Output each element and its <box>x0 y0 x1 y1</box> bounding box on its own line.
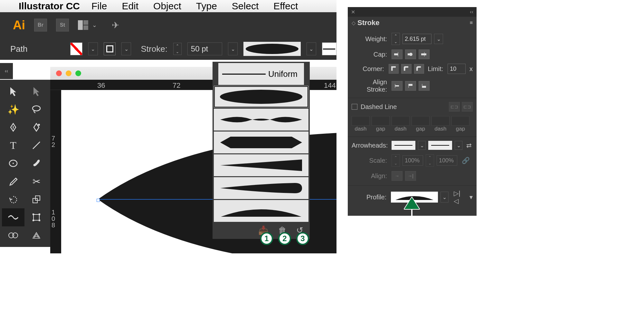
annotation-badge-1: 1 <box>260 232 273 245</box>
ellipse-tool[interactable] <box>2 154 24 172</box>
selection-tool[interactable] <box>2 82 24 100</box>
menu-file[interactable]: File <box>91 1 107 12</box>
stroke-dropdown[interactable]: ⌄ <box>121 42 131 55</box>
cap-butt-button[interactable] <box>392 50 402 59</box>
arrowhead-end[interactable] <box>428 141 452 150</box>
profile-width-1[interactable] <box>214 86 308 108</box>
stroke-weight-dropdown[interactable]: ⌄ <box>228 42 238 55</box>
corner-miter-button[interactable] <box>389 64 399 74</box>
pencil-tool[interactable] <box>2 172 24 190</box>
profile-width-6[interactable] <box>214 200 308 222</box>
selection-type-label: Path <box>10 44 64 54</box>
align-stroke-label: Align Stroke: <box>352 78 387 93</box>
dash-preserve-button[interactable]: ⊏⊐ <box>449 102 460 112</box>
fill-swatch[interactable] <box>70 42 82 55</box>
line-tool[interactable] <box>25 136 48 154</box>
panel-menu-icon[interactable]: ≡ <box>470 20 473 26</box>
shape-builder-tool[interactable] <box>2 226 24 244</box>
gap-field-1[interactable] <box>372 116 390 126</box>
flip-across-icon[interactable]: ▾ <box>469 193 473 201</box>
align-outside-button[interactable] <box>419 81 430 91</box>
chevron-down-icon: ⌄ <box>92 22 97 29</box>
align-center-button[interactable] <box>392 81 402 91</box>
free-transform-tool[interactable] <box>25 208 48 226</box>
dash-align-button[interactable]: ⊏⊐ <box>462 102 473 112</box>
cap-projecting-button[interactable] <box>419 50 430 59</box>
menu-effect[interactable]: Effect <box>273 1 298 12</box>
paintbrush-tool[interactable] <box>25 154 48 172</box>
vertical-ruler[interactable]: 72 108 <box>50 90 61 253</box>
menu-edit[interactable]: Edit <box>122 1 138 12</box>
type-tool[interactable]: T <box>2 136 24 154</box>
panel-titlebar[interactable]: ✕ ‹‹ <box>348 7 477 17</box>
svg-rect-2 <box>83 25 88 30</box>
dash-field-3[interactable] <box>431 116 450 126</box>
corner-round-button[interactable] <box>401 64 411 74</box>
stroke-swatch[interactable] <box>104 42 116 55</box>
profile-width-5[interactable] <box>214 177 308 199</box>
curvature-tool[interactable] <box>25 118 48 136</box>
profile-width-3[interactable] <box>214 132 308 153</box>
arrowhead-start[interactable] <box>392 141 415 150</box>
bridge-button[interactable]: Br <box>34 19 47 32</box>
dash-field-1[interactable] <box>352 116 370 126</box>
svg-point-12 <box>15 218 16 220</box>
window-zoom-button[interactable] <box>75 70 81 76</box>
window-close-button[interactable] <box>56 70 62 76</box>
dash-field-2[interactable] <box>392 116 410 126</box>
limit-field[interactable]: 10 <box>448 64 466 74</box>
anchor-point[interactable] <box>97 199 100 202</box>
scissors-tool[interactable]: ✂ <box>25 172 48 190</box>
menu-object[interactable]: Object <box>153 1 181 12</box>
profile-dropdown[interactable]: ⌄ <box>440 192 449 203</box>
width-tool[interactable] <box>2 208 24 226</box>
weight-field[interactable]: 2.615 pt <box>402 34 431 44</box>
gap-field-2[interactable] <box>412 116 430 126</box>
arrow-align-end-button: →| <box>405 171 416 181</box>
menu-select[interactable]: Select <box>232 1 259 12</box>
profile-width-2[interactable] <box>214 109 308 131</box>
scale-tool[interactable] <box>25 190 48 208</box>
gap-field-3[interactable] <box>451 116 469 126</box>
panel-collapse-icon[interactable]: ◇ <box>352 20 355 26</box>
stroke-weight-stepper[interactable]: ⌃⌄ <box>173 43 182 55</box>
stock-button[interactable]: St <box>56 19 69 32</box>
profile-width-4[interactable] <box>214 154 308 176</box>
collapse-panel-icon[interactable]: ‹‹ <box>470 9 473 15</box>
panel-title[interactable]: Stroke <box>357 19 379 27</box>
pen-tool[interactable] <box>2 118 24 136</box>
close-panel-icon[interactable]: ✕ <box>351 9 355 15</box>
stroke-weight-field[interactable]: 50 pt <box>187 42 222 55</box>
direct-selection-tool[interactable] <box>25 82 48 100</box>
menu-type[interactable]: Type <box>196 1 217 12</box>
svg-rect-0 <box>78 20 83 30</box>
profile-uniform[interactable]: Uniform <box>214 63 308 85</box>
fill-dropdown[interactable]: ⌄ <box>88 42 98 55</box>
arrowhead-start-dropdown[interactable]: ⌄ <box>418 141 426 150</box>
window-minimize-button[interactable] <box>66 70 71 76</box>
width-profile-menu: Uniform 📥 🗑 ↺ <box>213 62 310 239</box>
control-bar: Path ⌄ ⌄ Stroke: ⌃⌄ 50 pt ⌄ ⌄ <box>0 38 336 60</box>
gpu-performance-icon[interactable]: ✈ <box>112 20 119 31</box>
app-name[interactable]: Illustrator CC <box>19 1 80 12</box>
swap-arrowheads-icon[interactable]: ⇄ <box>466 141 472 149</box>
dashed-line-checkbox[interactable]: Dashed Line <box>352 103 397 111</box>
arrange-documents[interactable]: ⌄ <box>78 20 97 30</box>
width-profile-dropdown[interactable]: ⌄ <box>307 42 316 55</box>
width-profile-preview[interactable] <box>243 42 301 56</box>
stroke-panel: ✕ ‹‹ ◇ Stroke ≡ Weight: ⌃⌄ 2.615 pt ⌄ Ca… <box>348 7 477 216</box>
stroke-weight-label: Stroke: <box>141 44 167 54</box>
magic-wand-tool[interactable]: ✨ <box>2 100 24 118</box>
perspective-grid-tool[interactable] <box>25 226 48 244</box>
arrowhead-end-dropdown[interactable]: ⌄ <box>455 141 462 150</box>
corner-bevel-button[interactable] <box>414 64 424 74</box>
collapsed-panels-toggle[interactable]: ‹‹ <box>0 63 13 79</box>
rotate-tool[interactable] <box>2 190 24 208</box>
lasso-tool[interactable] <box>25 100 48 118</box>
flip-along-icon[interactable]: ▷|◁ <box>454 189 465 205</box>
cap-round-button[interactable] <box>405 50 416 59</box>
weight-stepper[interactable]: ⌃⌄ <box>392 33 400 45</box>
brush-preview[interactable] <box>322 42 336 55</box>
weight-dropdown[interactable]: ⌄ <box>434 34 443 44</box>
align-inside-button[interactable] <box>405 81 416 91</box>
